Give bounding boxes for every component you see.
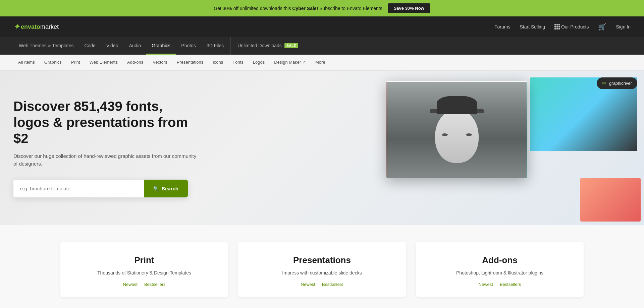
logo-text: envatomarket bbox=[21, 23, 59, 30]
card-presentations-bestsellers[interactable]: Bestsellers bbox=[322, 282, 343, 287]
main-navigation: ✦ envatomarket Forums Start Selling Our … bbox=[0, 16, 644, 37]
cat-web-elements[interactable]: Web Elements bbox=[85, 55, 122, 71]
envato-logo-icon: ✦ bbox=[13, 22, 19, 31]
card-addons-bestsellers[interactable]: Bestsellers bbox=[500, 282, 521, 287]
face-silhouette bbox=[386, 81, 527, 178]
cat-print[interactable]: Print bbox=[66, 55, 85, 71]
search-button-label: Search bbox=[162, 186, 178, 191]
our-products-label: Our Products bbox=[561, 24, 589, 29]
cart-icon[interactable]: 🛒 bbox=[598, 23, 606, 31]
sign-in-link[interactable]: Sign In bbox=[616, 24, 631, 29]
cards-section: Print Thousands of Stationery & Design T… bbox=[0, 225, 644, 308]
hero-images bbox=[290, 71, 644, 225]
category-navigation: All Items Graphics Print Web Elements Ad… bbox=[0, 55, 644, 71]
graphicriver-badge[interactable]: ✏ graphicriver bbox=[597, 77, 637, 89]
banner-after: Subscribe to Envato Elements. bbox=[319, 6, 383, 11]
subnav-3d-files[interactable]: 3D Files bbox=[201, 37, 229, 55]
card-print-title: Print bbox=[70, 255, 218, 265]
card-addons-title: Add-ons bbox=[426, 255, 574, 265]
our-products-menu[interactable]: Our Products bbox=[554, 24, 589, 29]
cat-graphics[interactable]: Graphics bbox=[40, 55, 66, 71]
banner-strong: Cyber Sale! bbox=[292, 6, 318, 11]
cat-fonts[interactable]: Fonts bbox=[228, 55, 248, 71]
card-print-bestsellers[interactable]: Bestsellers bbox=[144, 282, 166, 287]
hero-content: Discover 851,439 fonts, logos & presenta… bbox=[13, 98, 201, 197]
subnav-video[interactable]: Video bbox=[101, 37, 124, 55]
subnav-web-themes[interactable]: Web Themes & Templates bbox=[13, 37, 79, 55]
hero-main-image bbox=[386, 81, 527, 178]
cat-presentations[interactable]: Presentations bbox=[172, 55, 208, 71]
subnav-unlimited[interactable]: Unlimited Downloads SALE bbox=[237, 37, 304, 55]
card-presentations-desc: Impress with customizable slide decks bbox=[248, 269, 396, 276]
card-addons-newest[interactable]: Newest bbox=[479, 282, 493, 287]
card-presentations: Presentations Impress with customizable … bbox=[238, 242, 406, 297]
subnav-photos[interactable]: Photos bbox=[176, 37, 201, 55]
card-presentations-links: Newest Bestsellers bbox=[248, 282, 396, 287]
search-input[interactable] bbox=[13, 180, 144, 197]
cat-vectors[interactable]: Vectors bbox=[148, 55, 172, 71]
card-print-newest[interactable]: Newest bbox=[123, 282, 138, 287]
cat-more[interactable]: More bbox=[311, 55, 330, 71]
logo[interactable]: ✦ envatomarket bbox=[13, 22, 59, 31]
card-presentations-newest[interactable]: Newest bbox=[301, 282, 315, 287]
hero-title: Discover 851,439 fonts, logos & presenta… bbox=[13, 98, 201, 146]
cat-all-items[interactable]: All Items bbox=[13, 55, 40, 71]
card-print-desc: Thousands of Stationery & Design Templat… bbox=[70, 269, 218, 276]
grid-icon bbox=[554, 24, 559, 29]
start-selling-link[interactable]: Start Selling bbox=[520, 24, 545, 29]
top-banner: Get 30% off unlimited downloads this Cyb… bbox=[0, 0, 644, 16]
hero-bg-image-2 bbox=[580, 178, 641, 222]
cat-icons[interactable]: Icons bbox=[208, 55, 228, 71]
subnav-code[interactable]: Code bbox=[79, 37, 101, 55]
card-presentations-title: Presentations bbox=[248, 255, 396, 265]
search-icon: 🔍 bbox=[153, 186, 159, 191]
cat-design-maker[interactable]: Design Maker ↗ bbox=[269, 55, 311, 71]
sub-navigation: Web Themes & Templates Code Video Audio … bbox=[0, 37, 644, 55]
card-print: Print Thousands of Stationery & Design T… bbox=[60, 242, 228, 297]
card-addons: Add-ons Photoshop, Lightroom & Illustrat… bbox=[416, 242, 584, 297]
search-box: 🔍 Search bbox=[13, 180, 188, 197]
glitch-line-3 bbox=[386, 81, 527, 82]
forums-link[interactable]: Forums bbox=[494, 24, 510, 29]
subnav-graphics[interactable]: Graphics bbox=[146, 37, 176, 55]
cat-logos[interactable]: Logos bbox=[248, 55, 269, 71]
unlimited-label: Unlimited Downloads bbox=[237, 43, 282, 48]
subnav-unlimited-section: Unlimited Downloads SALE bbox=[230, 37, 304, 55]
card-print-links: Newest Bestsellers bbox=[70, 282, 218, 287]
graphicriver-label: graphicriver bbox=[609, 81, 632, 86]
sale-badge: SALE bbox=[284, 43, 298, 48]
card-addons-desc: Photoshop, Lightroom & Illustrator plugi… bbox=[426, 269, 574, 276]
save-now-button[interactable]: Save 30% Now bbox=[388, 3, 430, 13]
card-addons-links: Newest Bestsellers bbox=[426, 282, 574, 287]
banner-text: Get 30% off unlimited downloads this Cyb… bbox=[214, 6, 383, 11]
hero-section: ✏ graphicriver Discover 851,439 fonts, l… bbox=[0, 71, 644, 225]
graphicriver-icon: ✏ bbox=[602, 80, 606, 86]
hero-subtitle: Discover our huge collection of hand-rev… bbox=[13, 152, 201, 168]
subnav-audio[interactable]: Audio bbox=[123, 37, 146, 55]
search-button[interactable]: 🔍 Search bbox=[144, 180, 188, 197]
cat-add-ons[interactable]: Add-ons bbox=[122, 55, 148, 71]
nav-links: Forums Start Selling Our Products 🛒 Sign… bbox=[494, 23, 631, 31]
